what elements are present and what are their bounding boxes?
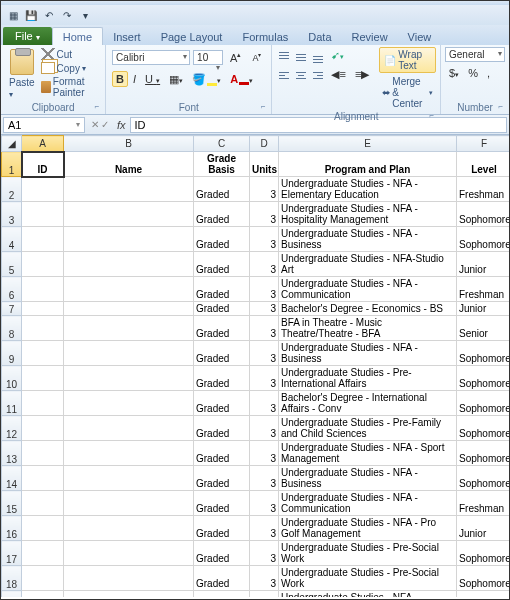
cell[interactable]: Graded — [194, 341, 250, 366]
cell[interactable]: Undergraduate Studies - Pre-Internationa… — [279, 366, 457, 391]
number-format-select[interactable]: General — [445, 47, 505, 62]
cell[interactable]: Graded — [194, 416, 250, 441]
cell[interactable] — [64, 341, 194, 366]
cell[interactable]: Undergraduate Studies - NFA - Pro Golf M… — [279, 516, 457, 541]
cell[interactable]: Junior — [457, 302, 510, 316]
row-header[interactable]: 7 — [2, 302, 22, 316]
tab-file[interactable]: File ▾ — [3, 27, 52, 45]
cell[interactable] — [22, 566, 64, 591]
redo-icon[interactable]: ↷ — [59, 7, 75, 23]
cell[interactable]: Undergraduate Studies - NFA - Elementary… — [279, 177, 457, 202]
italic-button[interactable]: I — [129, 71, 140, 87]
cell[interactable]: 3 — [250, 341, 279, 366]
cell[interactable] — [64, 391, 194, 416]
cell[interactable]: 3 — [250, 302, 279, 316]
row-header[interactable]: 5 — [2, 252, 22, 277]
border-button[interactable]: ▦▾ — [165, 71, 187, 88]
cell[interactable] — [22, 202, 64, 227]
cell[interactable]: BFA in Theatre - Music Theatre/Theatre -… — [279, 316, 457, 341]
cell[interactable] — [64, 591, 194, 598]
tab-view[interactable]: View — [398, 28, 442, 45]
cell[interactable]: 3 — [250, 202, 279, 227]
cell[interactable]: Graded — [194, 302, 250, 316]
cell[interactable]: 3 — [250, 277, 279, 302]
tab-page-layout[interactable]: Page Layout — [151, 28, 233, 45]
cell[interactable] — [22, 416, 64, 441]
cell[interactable]: Graded — [194, 441, 250, 466]
col-header-d[interactable]: D — [250, 136, 279, 152]
cell[interactable]: Graded — [194, 516, 250, 541]
cell[interactable]: Freshman — [457, 591, 510, 598]
cell[interactable]: Junior — [457, 252, 510, 277]
cell[interactable]: 3 — [250, 466, 279, 491]
undo-icon[interactable]: ↶ — [41, 7, 57, 23]
cell[interactable] — [22, 516, 64, 541]
qat-dropdown-icon[interactable]: ▾ — [77, 7, 93, 23]
cell[interactable]: Sophomore — [457, 541, 510, 566]
cell[interactable]: Graded — [194, 491, 250, 516]
cell[interactable] — [64, 491, 194, 516]
cell[interactable]: Undergraduate Studies - NFA-Studio Art — [279, 252, 457, 277]
col-header-f[interactable]: F — [457, 136, 510, 152]
cell[interactable]: Units — [250, 152, 279, 177]
select-all-corner[interactable]: ◢ — [2, 136, 22, 152]
format-painter-button[interactable]: Format Painter — [41, 75, 102, 99]
cell[interactable] — [64, 316, 194, 341]
cell[interactable]: 3 — [250, 391, 279, 416]
cell[interactable] — [22, 366, 64, 391]
cell[interactable] — [22, 466, 64, 491]
cell[interactable]: Graded — [194, 466, 250, 491]
row-header[interactable]: 16 — [2, 516, 22, 541]
cell[interactable]: Undergraduate Studies - NFA - Communicat… — [279, 491, 457, 516]
cell[interactable]: Senior — [457, 316, 510, 341]
cell[interactable]: Graded — [194, 252, 250, 277]
cell[interactable]: Sophomore — [457, 466, 510, 491]
cell[interactable]: Graded — [194, 177, 250, 202]
cell[interactable]: 3 — [250, 227, 279, 252]
cell[interactable] — [22, 591, 64, 598]
cell[interactable]: Graded — [194, 366, 250, 391]
align-center-button[interactable] — [293, 68, 309, 82]
cell[interactable] — [64, 252, 194, 277]
font-color-button[interactable]: A▾ — [226, 71, 257, 87]
cell[interactable] — [64, 541, 194, 566]
row-header[interactable]: 11 — [2, 391, 22, 416]
wrap-text-button[interactable]: 📄Wrap Text — [379, 47, 436, 73]
currency-button[interactable]: $▾ — [445, 65, 463, 81]
comma-button[interactable]: , — [483, 65, 494, 81]
cell[interactable]: Name — [64, 152, 194, 177]
cell[interactable]: Undergraduate Studies - NFA - Communicat… — [279, 277, 457, 302]
row-header[interactable]: 19 — [2, 591, 22, 598]
row-header[interactable]: 14 — [2, 466, 22, 491]
cell[interactable]: 3 — [250, 177, 279, 202]
cell[interactable]: Graded — [194, 591, 250, 598]
cell[interactable]: 3 — [250, 252, 279, 277]
copy-button[interactable]: Copy ▾ — [41, 61, 102, 75]
cell[interactable]: Graded — [194, 316, 250, 341]
cell[interactable] — [22, 391, 64, 416]
cell[interactable] — [64, 441, 194, 466]
col-header-c[interactable]: C — [194, 136, 250, 152]
cell[interactable] — [22, 316, 64, 341]
cell[interactable]: Graded — [194, 541, 250, 566]
row-header[interactable]: 13 — [2, 441, 22, 466]
cell[interactable]: 3 — [250, 541, 279, 566]
merge-center-button[interactable]: ⬌Merge & Center ▾ — [379, 75, 436, 110]
cell[interactable]: Sophomore — [457, 416, 510, 441]
cell[interactable]: Graded — [194, 202, 250, 227]
tab-data[interactable]: Data — [298, 28, 341, 45]
col-header-b[interactable]: B — [64, 136, 194, 152]
cell[interactable]: Freshman — [457, 277, 510, 302]
cell[interactable] — [64, 202, 194, 227]
cell[interactable]: Graded — [194, 277, 250, 302]
cell[interactable]: Undergraduate Studies - Pre-Social Work — [279, 566, 457, 591]
cell[interactable] — [64, 466, 194, 491]
underline-button[interactable]: U ▾ — [141, 71, 164, 87]
bold-button[interactable]: B — [112, 71, 128, 87]
cell[interactable]: Undergraduate Studies - NFA - Business — [279, 466, 457, 491]
cell[interactable]: Graded — [194, 391, 250, 416]
cut-button[interactable]: Cut — [41, 47, 102, 61]
font-name-select[interactable]: Calibri — [112, 50, 190, 65]
cell[interactable]: Grade Basis — [194, 152, 250, 177]
name-box[interactable]: A1▾ — [3, 117, 85, 133]
